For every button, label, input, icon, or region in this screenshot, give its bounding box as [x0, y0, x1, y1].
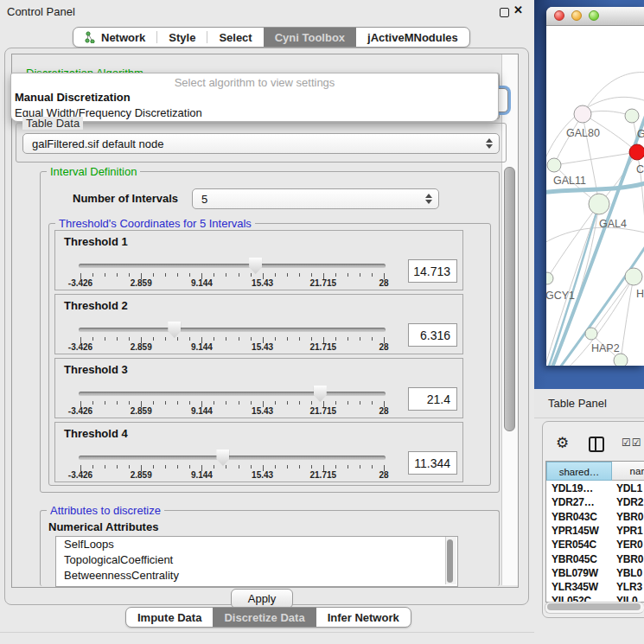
- slider-track[interactable]: [79, 392, 386, 396]
- horizontal-scrollbar-thumb[interactable]: [547, 603, 641, 610]
- slider-tick: [372, 401, 373, 405]
- tab-style[interactable]: Style: [157, 28, 207, 47]
- slider-thumb[interactable]: [249, 258, 262, 274]
- slider-tick: [299, 401, 300, 405]
- table-cell-shared-name[interactable]: YLR345W: [552, 581, 598, 593]
- threshold-row: Threshold 2-3.4262.8599.14415.4321.71528…: [54, 294, 463, 354]
- threshold-row: Threshold 3-3.4262.8599.14415.4321.71528…: [54, 358, 463, 418]
- interval-definition-title: Interval Definition: [47, 165, 140, 178]
- slider-tick: [372, 337, 373, 341]
- tab-jactivemnodules[interactable]: jActiveMNodules: [356, 28, 469, 47]
- slider-track[interactable]: [79, 456, 386, 460]
- slider-thumb[interactable]: [168, 322, 181, 338]
- table-cell-shared-name[interactable]: YBR045C: [552, 553, 597, 565]
- slider-tick: [226, 465, 226, 469]
- zoom-traffic-light-icon[interactable]: [589, 10, 599, 21]
- slider-scale-label: -3.426: [68, 406, 92, 416]
- slider-tick: [348, 401, 348, 405]
- numerical-attributes-label: Numerical Attributes: [48, 520, 158, 533]
- table-cell-shared-name[interactable]: YPR145W: [552, 525, 599, 537]
- network-node-red[interactable]: [629, 144, 644, 160]
- vertical-scrollbar-thumb[interactable]: [504, 167, 515, 431]
- algorithm-option[interactable]: Equal Width/Frequency Discretization: [11, 105, 498, 121]
- checkboxes-icon[interactable]: ☑☑: [622, 437, 642, 449]
- attribute-list-item[interactable]: SelfLoops: [56, 537, 457, 552]
- tab-network[interactable]: Network: [73, 28, 156, 47]
- threshold-value-field[interactable]: 14.713: [408, 259, 457, 283]
- threshold-value-field[interactable]: 6.316: [408, 323, 457, 347]
- slider-scale-label: 2.859: [131, 406, 152, 416]
- slider-tick: [117, 337, 118, 341]
- table-cell-shared-name[interactable]: YBL079W: [552, 567, 598, 579]
- column-header-shared-name[interactable]: shared…: [546, 462, 612, 481]
- tab-discretize-data[interactable]: Discretize Data: [213, 608, 316, 627]
- network-node-label: GAL: [637, 128, 644, 140]
- slider-track[interactable]: [79, 328, 386, 332]
- tab-impute-data[interactable]: Impute Data: [126, 608, 213, 627]
- table-cell-name[interactable]: YBL0: [616, 567, 642, 579]
- minimize-traffic-light-icon[interactable]: [571, 10, 582, 21]
- thresholds-title: Threshold's Coordinates for 5 Intervals: [55, 217, 255, 230]
- close-icon[interactable]: ✕: [513, 3, 523, 16]
- table-cell-shared-name[interactable]: YDL19…: [552, 482, 593, 494]
- slider-track[interactable]: [79, 264, 386, 268]
- slider-tick: [372, 465, 373, 469]
- tab-infer-network[interactable]: Infer Network: [316, 608, 411, 627]
- slider-tick: [251, 465, 252, 469]
- slider-tick: [129, 401, 130, 405]
- table-cell-name[interactable]: YDL1: [616, 482, 642, 494]
- slider-scale-label: -3.426: [68, 278, 92, 288]
- threshold-value-field[interactable]: 21.4: [408, 387, 457, 411]
- slider-scale-label: 2.859: [131, 278, 152, 288]
- top-tab-bar: NetworkStyleSelectCyni ToolboxjActiveMNo…: [73, 27, 470, 48]
- network-node-green[interactable]: [546, 272, 553, 284]
- table-data-combobox[interactable]: galFiltered.sif default node: [22, 133, 500, 154]
- close-traffic-light-icon[interactable]: [554, 10, 564, 21]
- tab-select[interactable]: Select: [207, 28, 263, 47]
- algorithm-option[interactable]: Manual Discretization: [11, 90, 498, 105]
- slider-tick: [311, 401, 312, 405]
- network-node-green[interactable]: [625, 268, 642, 285]
- slider-thumb[interactable]: [216, 450, 229, 466]
- slider-tick: [287, 337, 288, 341]
- network-node-green[interactable]: [589, 194, 609, 214]
- gear-icon[interactable]: ⚙: [556, 434, 569, 452]
- column-header-name[interactable]: name: [612, 462, 644, 481]
- apply-button[interactable]: Apply: [231, 589, 293, 609]
- table-cell-name[interactable]: YPR1: [616, 525, 643, 537]
- attributes-scrollbar-thumb[interactable]: [447, 539, 453, 583]
- table-cell-shared-name[interactable]: YBR043C: [552, 511, 597, 523]
- network-icon: [85, 31, 96, 43]
- table-cell-shared-name[interactable]: YER054C: [552, 539, 596, 551]
- slider-thumb[interactable]: [314, 386, 327, 402]
- network-canvas[interactable]: GAL80GALCGAL11GAL4GCY1HHAP2: [546, 26, 644, 366]
- node-table[interactable]: shared… name YDL19…YDL1YDR27…YDR2YBR043C…: [545, 461, 644, 603]
- network-node-label: HAP2: [591, 342, 620, 354]
- slider-tick: [299, 273, 300, 277]
- threshold-value-field[interactable]: 11.344: [408, 451, 457, 475]
- table-cell-name[interactable]: YBR0: [616, 511, 643, 523]
- table-cell-shared-name[interactable]: YDR27…: [552, 496, 594, 508]
- network-node-pink[interactable]: [574, 105, 591, 123]
- slider-tick: [165, 337, 166, 341]
- numerical-attributes-list[interactable]: SelfLoopsTopologicalCoefficientBetweenne…: [55, 536, 458, 587]
- network-node-green[interactable]: [614, 354, 628, 366]
- tab-cyni-toolbox[interactable]: Cyni Toolbox: [264, 28, 356, 47]
- table-cell-name[interactable]: YLR3: [616, 581, 642, 593]
- slider-scale-label: 28: [379, 278, 388, 288]
- float-window-icon[interactable]: [500, 8, 509, 17]
- attribute-list-item[interactable]: BetweennessCentrality: [56, 568, 457, 583]
- slider-tick: [239, 273, 239, 277]
- table-cell-name[interactable]: YER0: [616, 539, 643, 551]
- slider-tick: [287, 273, 288, 277]
- table-cell-name[interactable]: YBR0: [616, 553, 643, 565]
- slider-tick: [153, 273, 154, 277]
- number-of-intervals-combobox[interactable]: 5: [192, 188, 439, 209]
- columns-icon[interactable]: [589, 437, 604, 452]
- slider-tick: [311, 273, 312, 277]
- attribute-list-item[interactable]: TopologicalCoefficient: [56, 552, 457, 568]
- network-node-green[interactable]: [547, 158, 561, 172]
- network-node-green[interactable]: [585, 328, 597, 340]
- table-cell-name[interactable]: YDR2: [616, 496, 643, 508]
- network-node-green[interactable]: [625, 109, 639, 123]
